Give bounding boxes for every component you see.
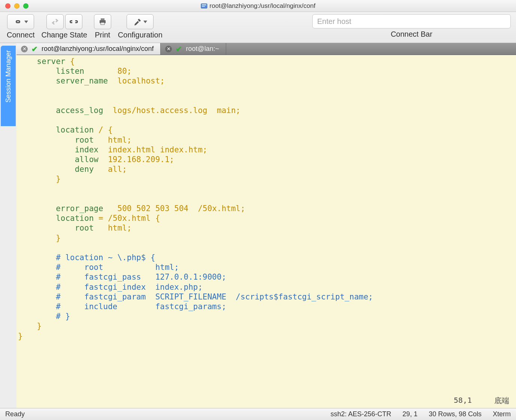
configuration-button[interactable] (127, 14, 154, 29)
tab-active[interactable]: ✕ ✔ root@lanzhiyong:/usr/local/nginx/con… (16, 43, 161, 55)
tab-close-icon[interactable]: ✕ (165, 46, 172, 52)
svg-rect-1 (202, 4, 206, 5)
window-titlebar: root@lanzhiyong:/usr/local/nginx/conf (0, 0, 516, 12)
app-icon (201, 3, 207, 9)
configuration-group: Configuration (118, 14, 163, 39)
svg-rect-2 (202, 6, 205, 7)
host-input[interactable] (312, 14, 511, 28)
connect-bar-label: Connect Bar (391, 30, 432, 39)
window-title: root@lanzhiyong:/usr/local/nginx/conf (0, 2, 516, 10)
configuration-label: Configuration (118, 31, 163, 39)
tab-label: root@lan:~ (186, 45, 219, 53)
svg-rect-0 (201, 4, 207, 8)
session-manager-label: Session Manager (4, 50, 12, 103)
traffic-lights (5, 3, 28, 9)
connected-check-icon: ✔ (31, 45, 38, 54)
status-ready: Ready (5, 410, 25, 418)
chevron-down-icon (24, 21, 28, 23)
status-cursor: 29, 1 (403, 410, 418, 418)
chevron-down-icon (143, 21, 147, 23)
vim-cursor-pos: 58,1 (454, 396, 472, 406)
vim-scroll-pos: 底端 (494, 396, 509, 406)
status-emulation: Xterm (493, 410, 511, 418)
disconnect-icon (69, 18, 78, 25)
disconnect-button[interactable] (65, 14, 82, 29)
zoom-window-button[interactable] (23, 3, 28, 9)
svg-rect-5 (101, 22, 104, 25)
tab-inactive[interactable]: ✕ ✔ root@lan:~ (161, 43, 226, 55)
reconnect-button[interactable] (46, 14, 64, 29)
printer-icon (98, 18, 107, 26)
terminal-content: server { listen 80; server_name localhos… (16, 55, 516, 343)
change-state-group: Change State (42, 14, 87, 39)
status-term-size: 30 Rows, 98 Cols (429, 410, 482, 418)
svg-rect-4 (101, 18, 104, 20)
close-window-button[interactable] (5, 3, 10, 9)
terminal-pane[interactable]: server { listen 80; server_name localhos… (16, 55, 516, 408)
print-button[interactable] (94, 14, 111, 29)
minimize-window-button[interactable] (14, 3, 19, 9)
change-state-label: Change State (42, 31, 87, 39)
session-manager-handle[interactable]: Session Manager (1, 46, 16, 126)
tools-icon (133, 18, 142, 26)
connect-bar-group: Connect Bar (312, 14, 511, 39)
vim-status-line: 58,1 底端 (454, 396, 509, 406)
tab-close-icon[interactable]: ✕ (21, 46, 28, 52)
status-protocol: ssh2: AES-256-CTR (331, 410, 391, 418)
toolbar: Connect Change Stat (0, 12, 516, 43)
connect-group: Connect (7, 14, 35, 39)
tab-bar: ✕ ✔ root@lanzhiyong:/usr/local/nginx/con… (16, 43, 516, 55)
reconnect-icon (51, 18, 60, 25)
status-bar: Ready ssh2: AES-256-CTR 29, 1 30 Rows, 9… (0, 408, 516, 420)
window-title-text: root@lanzhiyong:/usr/local/nginx/conf (210, 2, 316, 10)
connect-button[interactable] (7, 14, 34, 29)
tab-label: root@lanzhiyong:/usr/local/nginx/conf (42, 45, 154, 53)
link-icon (13, 18, 23, 25)
print-label: Print (95, 31, 110, 39)
connected-check-icon: ✔ (176, 45, 182, 54)
print-group: Print (94, 14, 111, 39)
connect-label: Connect (7, 31, 35, 39)
workspace: ✕ ✔ root@lanzhiyong:/usr/local/nginx/con… (0, 43, 516, 408)
